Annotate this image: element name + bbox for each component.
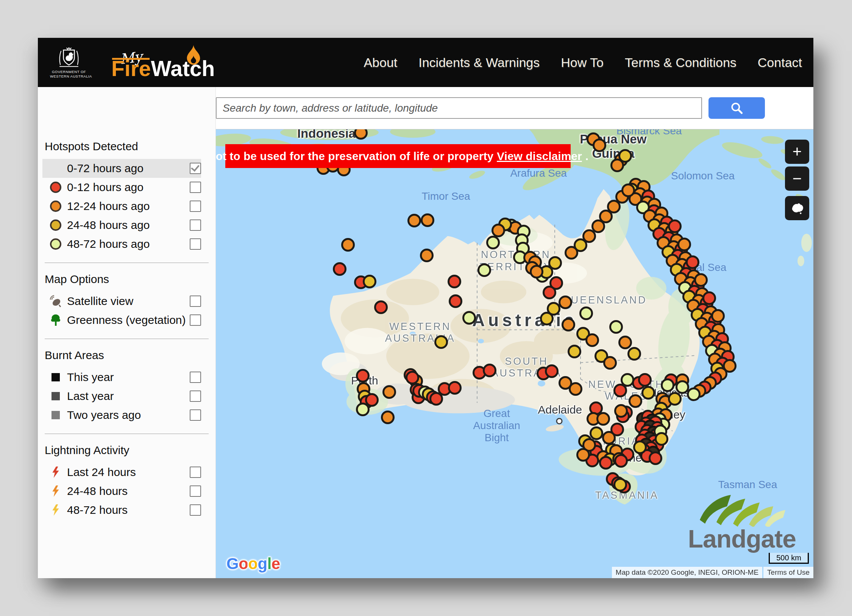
sidebar-row[interactable]: Satellite view: [42, 292, 201, 311]
bolt-red-icon: [47, 466, 64, 478]
tree-icon: [47, 314, 64, 327]
disclaimer-banner: Not to be used for the preservation of l…: [225, 144, 571, 168]
gov-line1: GOVERNMENT OF: [50, 70, 88, 74]
nav-item[interactable]: About: [364, 55, 397, 70]
landgate-text: Landgate: [688, 528, 796, 549]
bolt-yellow-icon: [47, 504, 64, 516]
sidebar-row[interactable]: Last 24 hours: [42, 463, 201, 482]
hotspot-red-icon: [47, 182, 64, 193]
content: Hotspots Detected 0-72 hours ago 0-12 ho…: [38, 87, 813, 578]
checkbox[interactable]: [190, 372, 201, 383]
logo-watch: Watch: [151, 56, 215, 81]
sidebar-row[interactable]: 0-12 hours ago: [42, 178, 201, 197]
nav-item[interactable]: Contact: [758, 55, 802, 70]
checkbox[interactable]: [190, 485, 201, 497]
scale-bar: 500 km: [769, 553, 809, 564]
sidebar: Hotspots Detected 0-72 hours ago 0-12 ho…: [38, 87, 216, 578]
wa-government-crest: GOVERNMENT OF WESTERN AUSTRALIA: [50, 46, 88, 79]
checkbox[interactable]: [190, 314, 201, 326]
checkbox[interactable]: [190, 163, 201, 174]
section-hotspots: Hotspots Detected 0-72 hours ago 0-12 ho…: [38, 140, 215, 254]
search-bar: [216, 87, 813, 129]
checkbox[interactable]: [190, 238, 201, 250]
search-input[interactable]: [216, 97, 702, 119]
checkbox[interactable]: [190, 201, 201, 212]
checkbox[interactable]: [190, 409, 201, 421]
banner-text: Not to be used for the preservation of l…: [216, 150, 493, 163]
hotspots-list: 0-72 hours ago 0-12 hours ago 12-24 hour…: [38, 159, 215, 254]
flame-icon: [186, 45, 201, 65]
google-letter: e: [272, 555, 280, 572]
google-letter: G: [226, 555, 239, 572]
google-letter: l: [267, 555, 272, 572]
gov-line2: WESTERN AUSTRALIA: [50, 74, 88, 79]
hotspot-yellow-icon: [47, 219, 64, 231]
section-title: Lightning Activity: [45, 444, 209, 457]
sidebar-row[interactable]: 48-72 hours: [42, 501, 201, 520]
divider: [45, 434, 209, 434]
sidebar-row[interactable]: 24-48 hours: [42, 482, 201, 501]
google-letter: g: [257, 555, 267, 572]
square-gray-icon: [47, 411, 64, 419]
section-map-options: Map Options Satellite view Greenness (ve…: [38, 273, 215, 330]
checkbox[interactable]: [190, 504, 201, 516]
sidebar-row[interactable]: 12-24 hours ago: [42, 197, 201, 216]
section-title: Burnt Areas: [45, 349, 209, 362]
sidebar-row[interactable]: 24-48 hours ago: [42, 216, 201, 235]
reset-view-button[interactable]: [785, 196, 809, 220]
view-disclaimer-link[interactable]: View disclaimer: [497, 150, 582, 163]
sidebar-row[interactable]: Last year: [42, 387, 201, 406]
divider: [45, 339, 209, 339]
zoom-out-button[interactable]: −: [785, 166, 809, 191]
google-letter: o: [248, 555, 257, 572]
app-window: GOVERNMENT OF WESTERN AUSTRALIA My FireW…: [38, 38, 813, 578]
hotspot-yellowgreen-icon: [47, 238, 64, 250]
google-logo[interactable]: Google: [226, 555, 280, 573]
lightning-list: Last 24 hours 24-48 hours 48-72 hours: [38, 463, 215, 520]
google-letter: o: [239, 555, 248, 572]
map-controls: + −: [785, 140, 809, 223]
search-button[interactable]: [708, 97, 765, 119]
australia-icon: [789, 201, 805, 215]
search-icon: [730, 101, 744, 115]
scale-label: 500 km: [776, 554, 801, 562]
landgate-logo: Landgate: [688, 490, 796, 549]
map-canvas[interactable]: IndonesiaPapua NewGuineaBismarck SeaAraf…: [216, 129, 813, 578]
checkbox[interactable]: [190, 390, 201, 402]
right-column: IndonesiaPapua NewGuineaBismarck SeaAraf…: [216, 87, 813, 578]
crest-icon: [57, 46, 81, 70]
square-black-icon: [47, 373, 64, 381]
header: GOVERNMENT OF WESTERN AUSTRALIA My FireW…: [38, 38, 813, 87]
zoom-in-button[interactable]: +: [785, 140, 809, 164]
nav-item[interactable]: How To: [561, 55, 604, 70]
section-title: Map Options: [45, 273, 209, 286]
map-attribution: Map data ©2020 Google, INEGI, ORION-ME T…: [612, 567, 813, 578]
nav-item[interactable]: Incidents & Warnings: [418, 55, 540, 70]
section-title: Hotspots Detected: [45, 140, 209, 153]
city-marker: [556, 418, 563, 424]
logo-fire: Fire: [111, 55, 151, 81]
checkbox[interactable]: [190, 467, 201, 478]
sidebar-row[interactable]: This year: [42, 368, 201, 387]
checkbox[interactable]: [190, 182, 201, 193]
main-nav: AboutIncidents & WarningsHow ToTerms & C…: [364, 55, 802, 70]
section-burnt-areas: Burnt Areas This year Last year: [38, 349, 215, 425]
section-lightning: Lightning Activity Last 24 hours 24-48 h…: [38, 444, 215, 520]
checkbox[interactable]: [190, 219, 201, 231]
burnt-areas-list: This year Last year Two years ago: [38, 368, 215, 425]
square-darkgray-icon: [47, 392, 64, 400]
sidebar-row[interactable]: Greenness (vegetation): [42, 311, 201, 330]
divider: [45, 263, 209, 263]
sidebar-row[interactable]: 48-72 hours ago: [42, 235, 201, 254]
landgate-swoosh-icon: [694, 490, 789, 527]
sidebar-row[interactable]: Two years ago: [42, 406, 201, 425]
banner-suffix: .: [585, 150, 588, 163]
sidebar-row[interactable]: 0-72 hours ago: [42, 159, 201, 178]
terms-of-use-link[interactable]: Terms of Use: [763, 567, 813, 578]
bolt-orange-icon: [47, 485, 64, 497]
map-options-list: Satellite view Greenness (vegetation): [38, 292, 215, 330]
checkbox[interactable]: [190, 296, 201, 307]
satellite-icon: [47, 295, 64, 308]
myfirewatch-logo: My FireWatch: [111, 45, 215, 79]
nav-item[interactable]: Terms & Conditions: [625, 55, 737, 70]
